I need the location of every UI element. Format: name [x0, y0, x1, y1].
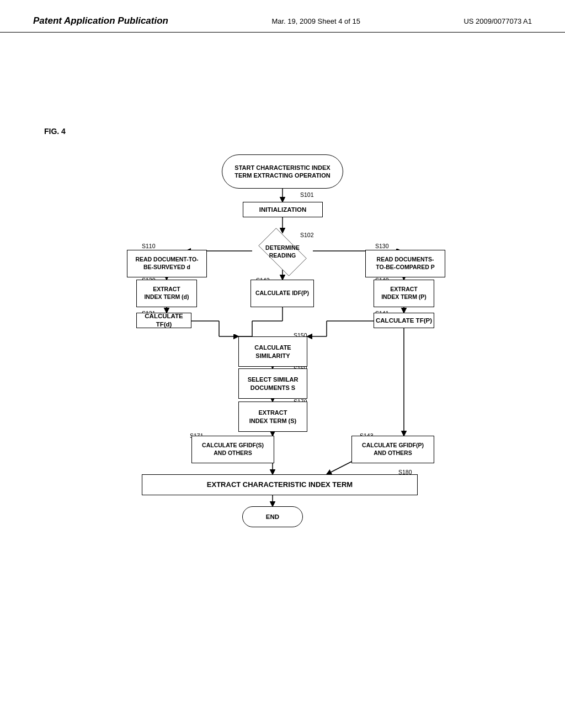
page-header: Patent Application Publication Mar. 19, …: [0, 0, 565, 33]
read-d-label: READ DOCUMENT-TO- BE-SURVEYED d: [135, 256, 198, 271]
select-sim-node: SELECT SIMILAR DOCUMENTS S: [238, 368, 307, 399]
extract-d-label: EXTRACT INDEX TERM (d): [144, 286, 189, 301]
read-p-label: READ DOCUMENTS- TO-BE-COMPARED P: [376, 256, 434, 271]
determine-node: DETERMINE READING: [249, 233, 316, 271]
s110-ref: S110: [142, 243, 156, 249]
end-node: END: [242, 506, 303, 527]
calc-tf-d-label: CALCULATE TF(d): [137, 312, 191, 329]
figure-label: FIG. 4: [44, 127, 66, 136]
extract-d-node: EXTRACT INDEX TERM (d): [136, 280, 197, 307]
extract-p-label: EXTRACT INDEX TERM (P): [381, 286, 427, 301]
calc-gfidf-p-node: CALCULATE GFIDF(P) AND OTHERS: [351, 436, 434, 463]
select-sim-label: SELECT SIMILAR DOCUMENTS S: [248, 376, 299, 392]
calc-idf-p-label: CALCULATE IDF(P): [255, 290, 309, 297]
calc-tf-p-label: CALCULATE TF(P): [376, 317, 432, 325]
read-d-node: READ DOCUMENT-TO- BE-SURVEYED d: [127, 250, 207, 277]
determine-label: DETERMINE READING: [265, 244, 300, 259]
start-node: START CHARACTERISTIC INDEX TERM EXTRACTI…: [222, 154, 343, 189]
calc-idf-p-node: CALCULATE IDF(P): [250, 280, 314, 307]
calc-gfidf-s-node: CALCULATE GFIDF(S) AND OTHERS: [191, 436, 274, 463]
calc-gfidf-p-label: CALCULATE GFIDF(P) AND OTHERS: [362, 442, 424, 457]
calc-sim-label: CALCULATE SIMILARITY: [254, 344, 291, 360]
extract-char-node: EXTRACT CHARACTERISTIC INDEX TERM: [142, 474, 418, 495]
publication-label: Patent Application Publication: [33, 15, 168, 26]
end-label: END: [266, 513, 279, 521]
calc-sim-node: CALCULATE SIMILARITY: [238, 336, 307, 367]
extract-s-label: EXTRACT INDEX TERM (S): [249, 409, 297, 425]
s130-ref: S130: [375, 243, 389, 249]
extract-p-node: EXTRACT INDEX TERM (P): [374, 280, 434, 307]
init-label: INITIALIZATION: [259, 206, 306, 214]
calc-gfidf-s-label: CALCULATE GFIDF(S) AND OTHERS: [202, 442, 264, 457]
patent-number-label: US 2009/0077073 A1: [463, 17, 532, 25]
read-p-node: READ DOCUMENTS- TO-BE-COMPARED P: [365, 250, 445, 277]
flowchart-inner: START CHARACTERISTIC INDEX TERM EXTRACTI…: [89, 149, 476, 656]
extract-s-node: EXTRACT INDEX TERM (S): [238, 402, 307, 432]
date-sheet-label: Mar. 19, 2009 Sheet 4 of 15: [271, 17, 360, 25]
calc-tf-p-node: CALCULATE TF(P): [374, 313, 434, 328]
s101-ref: S101: [300, 191, 314, 198]
start-label: START CHARACTERISTIC INDEX TERM EXTRACTI…: [234, 164, 330, 180]
flowchart: START CHARACTERISTIC INDEX TERM EXTRACTI…: [0, 149, 565, 656]
calc-tf-d-node: CALCULATE TF(d): [136, 313, 191, 328]
extract-char-label: EXTRACT CHARACTERISTIC INDEX TERM: [207, 480, 353, 490]
init-node: INITIALIZATION: [243, 202, 323, 217]
